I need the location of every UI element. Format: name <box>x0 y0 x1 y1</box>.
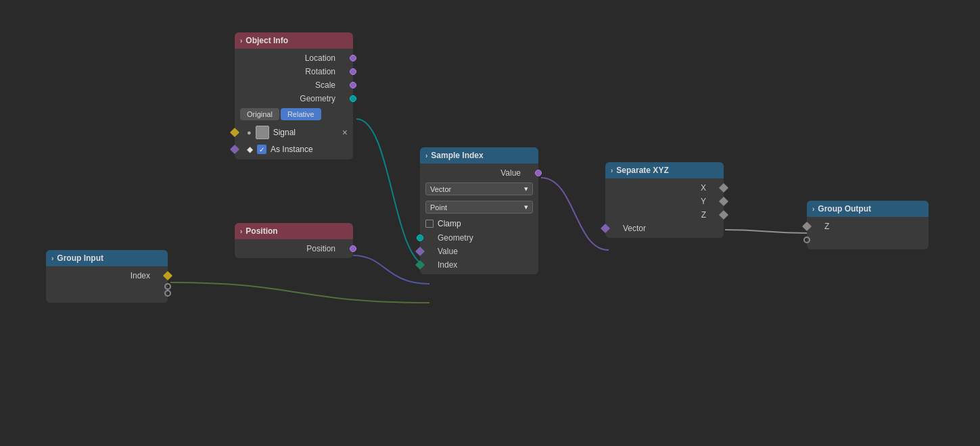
sample-index-collapse-icon: › <box>425 152 427 159</box>
signal-swatch[interactable] <box>256 126 269 139</box>
clamp-row: Clamp <box>420 216 538 231</box>
group-input-extra-socket[interactable] <box>164 290 171 297</box>
vector-input-socket[interactable] <box>601 224 610 233</box>
sample-index-body: Value Vector ▾ Point ▾ Clamp Geometry <box>420 164 538 274</box>
separate-xyz-node: › Separate XYZ X Y Z Vector <box>605 162 724 238</box>
z-output-row: Z <box>605 208 724 222</box>
group-output-add-socket[interactable] <box>803 237 810 243</box>
group-input-node: › Group Input Index <box>46 250 168 303</box>
value-top-label: Value <box>500 168 532 178</box>
group-output-collapse-icon: › <box>812 205 814 213</box>
z-input-label: Z <box>814 222 829 231</box>
position-output-row: Position <box>235 242 353 255</box>
location-label: Location <box>305 53 346 63</box>
location-row: Location <box>235 51 353 65</box>
vector-dropdown-label: Vector <box>430 185 451 193</box>
signal-row: ● Signal × <box>235 123 353 142</box>
index-row: Index <box>46 269 168 282</box>
as-instance-row: ◆ ✓ As Instance <box>235 142 353 157</box>
separate-xyz-header[interactable]: › Separate XYZ <box>605 162 724 178</box>
scale-socket[interactable] <box>350 82 356 89</box>
group-output-body: Z <box>807 217 929 249</box>
sample-index-node: › Sample Index Value Vector ▾ Point ▾ Cl… <box>420 147 538 274</box>
x-label: X <box>701 183 717 193</box>
vector-dropdown-row: Vector ▾ <box>420 180 538 198</box>
geometry-input-label: Geometry <box>427 233 473 243</box>
geometry-socket-objinfo[interactable] <box>350 95 356 102</box>
separate-xyz-title: Separate XYZ <box>616 166 668 175</box>
group-input-title: Group Input <box>57 253 103 263</box>
separate-xyz-collapse-icon: › <box>611 167 613 174</box>
y-row: Y <box>605 195 724 208</box>
object-info-title: Object Info <box>246 36 288 45</box>
group-output-title: Group Output <box>818 204 871 214</box>
group-input-body: Index <box>46 266 168 303</box>
value-input-row: Value <box>420 245 538 258</box>
y-socket[interactable] <box>719 197 728 206</box>
signal-input-indicator: ● <box>240 128 252 137</box>
signal-label: Signal <box>273 128 338 137</box>
z-output-socket[interactable] <box>719 210 728 220</box>
point-dropdown[interactable]: Point ▾ <box>425 201 533 214</box>
object-info-body: Location Rotation Scale Geometry Origina… <box>235 49 353 159</box>
group-input-spacer <box>46 287 168 300</box>
point-dropdown-chevron: ▾ <box>524 203 528 212</box>
rotation-label: Rotation <box>305 67 346 76</box>
as-instance-checkbox[interactable]: ✓ <box>257 145 266 154</box>
mode-buttons: Original Relative <box>235 105 353 123</box>
index-output-socket[interactable] <box>163 271 172 280</box>
position-body: Position <box>235 239 353 258</box>
separate-xyz-body: X Y Z Vector <box>605 178 724 238</box>
clamp-checkbox[interactable] <box>425 220 434 228</box>
as-instance-socket[interactable] <box>230 145 239 154</box>
position-title: Position <box>246 226 277 236</box>
geometry-input-socket[interactable] <box>417 234 423 241</box>
vector-input-row: Vector <box>605 222 724 235</box>
index-input-row: Index <box>420 258 538 272</box>
rotation-row: Rotation <box>235 65 353 78</box>
scale-row: Scale <box>235 78 353 92</box>
signal-input-socket[interactable] <box>230 128 239 137</box>
geometry-input-row: Geometry <box>420 231 538 245</box>
geometry-row: Geometry <box>235 92 353 105</box>
position-node: › Position Position <box>235 223 353 258</box>
location-socket[interactable] <box>350 55 356 61</box>
checkbox-indicator: ◆ <box>240 145 253 154</box>
value-input-label: Value <box>427 247 458 256</box>
clamp-label: Clamp <box>438 219 461 228</box>
object-info-header[interactable]: › Object Info <box>235 32 353 49</box>
index-input-label: Index <box>427 260 457 270</box>
vector-input-label: Vector <box>612 224 646 233</box>
position-header[interactable]: › Position <box>235 223 353 239</box>
rotation-socket[interactable] <box>350 68 356 75</box>
point-dropdown-label: Point <box>430 203 447 212</box>
group-output-node: › Group Output Z <box>807 201 929 249</box>
collapse-icon: › <box>240 37 242 45</box>
value-top-socket[interactable] <box>535 170 542 176</box>
z-input-socket[interactable] <box>802 222 812 231</box>
geometry-label-objinfo: Geometry <box>300 94 346 103</box>
index-input-socket[interactable] <box>415 260 425 270</box>
position-output-label: Position <box>306 244 346 253</box>
sample-index-title: Sample Index <box>431 151 483 160</box>
index-label: Index <box>131 271 161 280</box>
vector-dropdown[interactable]: Vector ▾ <box>425 182 533 195</box>
x-socket[interactable] <box>719 183 728 193</box>
value-top-row: Value <box>420 166 538 180</box>
y-label: Y <box>701 197 717 206</box>
sample-index-header[interactable]: › Sample Index <box>420 147 538 164</box>
group-output-spacer <box>807 233 929 247</box>
value-input-socket[interactable] <box>415 247 425 256</box>
scale-label: Scale <box>315 80 346 90</box>
position-output-socket[interactable] <box>350 245 356 252</box>
point-dropdown-row: Point ▾ <box>420 198 538 216</box>
relative-button[interactable]: Relative <box>281 108 321 120</box>
signal-close-icon[interactable]: × <box>342 127 348 138</box>
x-row: X <box>605 181 724 195</box>
z-input-row: Z <box>807 220 929 233</box>
original-button[interactable]: Original <box>240 108 279 120</box>
position-collapse-icon: › <box>240 228 242 235</box>
group-input-header[interactable]: › Group Input <box>46 250 168 266</box>
group-output-header[interactable]: › Group Output <box>807 201 929 217</box>
as-instance-label: As Instance <box>271 145 313 154</box>
